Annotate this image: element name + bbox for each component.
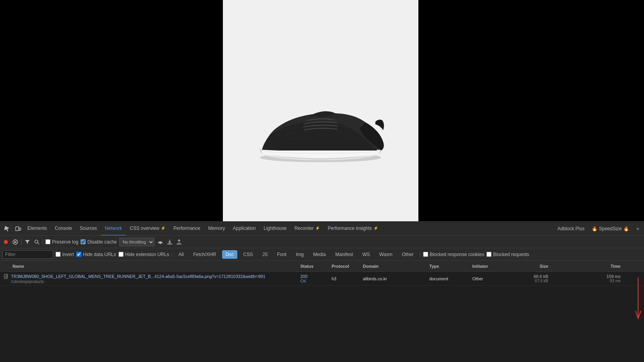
filter-media-btn[interactable]: Media	[310, 250, 330, 259]
tab-speedsize[interactable]: 🔥 SpeedSize 🔥	[588, 222, 632, 236]
invert-checkbox[interactable]	[56, 252, 61, 257]
row-type-cell: document	[426, 272, 469, 285]
disable-cache-label[interactable]: Disable cache	[81, 239, 117, 245]
tab-right-area: Adblock Plus 🔥 SpeedSize 🔥 »	[554, 222, 642, 236]
css-overview-icon: ⚡	[161, 226, 165, 230]
disable-cache-checkbox[interactable]	[81, 239, 86, 244]
row-time-cell: 159 ms 93 ms	[551, 272, 644, 285]
record-button[interactable]	[2, 238, 9, 246]
search-icon-btn[interactable]	[33, 238, 40, 246]
more-tabs-button[interactable]: »	[633, 224, 642, 233]
col-header-size[interactable]: Size	[508, 264, 551, 269]
hide-data-urls-label[interactable]: Hide data URLs	[76, 252, 116, 257]
type-value: document	[429, 276, 466, 281]
col-header-name[interactable]: Name	[0, 264, 297, 269]
svg-rect-20	[4, 274, 7, 279]
svg-point-5	[335, 122, 337, 124]
svg-line-16	[38, 243, 39, 244]
filter-all-btn[interactable]: All	[175, 250, 187, 259]
filter-css-btn[interactable]: CSS	[240, 250, 257, 259]
tab-elements[interactable]: Elements	[23, 222, 51, 236]
size-transfer: 68.6 kB	[511, 274, 548, 279]
filter-separator-2: |	[420, 252, 421, 257]
recorder-icon: ⚡	[315, 226, 320, 230]
toolbar-divider-2	[43, 239, 43, 245]
tab-perf-insights[interactable]: Performance insights ⚡	[324, 222, 382, 236]
blocked-cookies-checkbox[interactable]	[423, 252, 428, 257]
preserve-log-checkbox[interactable]	[45, 239, 50, 244]
record-indicator	[4, 240, 8, 244]
col-header-status[interactable]: Status	[297, 264, 328, 269]
tab-network[interactable]: Network	[101, 222, 126, 236]
status-text: OK	[300, 279, 325, 283]
col-header-type[interactable]: Type	[426, 264, 469, 269]
export-btn[interactable]	[176, 238, 183, 246]
tab-css-overview[interactable]: CSS overview ⚡	[126, 222, 169, 236]
filter-wasm-btn[interactable]: Wasm	[376, 250, 396, 259]
col-header-initiator[interactable]: Initiator	[469, 264, 508, 269]
import-btn[interactable]	[166, 238, 173, 246]
file-icon	[3, 273, 9, 280]
time-primary: 159 ms	[554, 274, 621, 279]
filter-manifest-btn[interactable]: Manifest	[332, 250, 356, 259]
device-toolbar-btn[interactable]	[13, 223, 23, 234]
tab-recorder[interactable]: Recorder ⚡	[291, 222, 324, 236]
filter-icon-btn[interactable]	[24, 238, 31, 246]
row-status-cell: 200 OK	[297, 272, 328, 285]
tab-application[interactable]: Application	[229, 222, 260, 236]
filter-font-btn[interactable]: Font	[274, 250, 290, 259]
blocked-cookies-label[interactable]: Blocked response cookies	[423, 252, 484, 257]
row-name-text: TR3MJBW080_SHOE_LEFT_GLOBAL_MENS_TREE_RU…	[11, 274, 265, 279]
col-header-protocol[interactable]: Protocol	[328, 264, 360, 269]
size-resource: 67.6 kB	[511, 279, 548, 283]
tab-performance[interactable]: Performance	[169, 222, 204, 236]
invert-label[interactable]: Invert	[56, 252, 74, 257]
svg-point-8	[304, 129, 306, 131]
col-header-domain[interactable]: Domain	[360, 264, 426, 269]
blocked-requests-label[interactable]: Blocked requests	[486, 252, 529, 257]
filter-ws-btn[interactable]: WS	[359, 250, 373, 259]
inspect-element-btn[interactable]	[2, 223, 13, 234]
domain-value: allbirds.co.kr	[363, 276, 423, 281]
col-header-time[interactable]: Time	[551, 264, 644, 269]
table-header: Name Status Protocol Domain Type Initiat…	[0, 261, 644, 272]
page-right-black	[418, 0, 644, 221]
hide-data-urls-checkbox[interactable]	[76, 252, 81, 257]
svg-rect-19	[177, 244, 181, 244]
table-row[interactable]: TR3MJBW080_SHOE_LEFT_GLOBAL_MENS_TREE_RU…	[0, 272, 644, 286]
svg-point-6	[303, 125, 305, 128]
filter-separator: |	[171, 252, 172, 257]
filter-img-btn[interactable]: Img	[292, 250, 307, 259]
filter-bar: Invert Hide data URLs Hide extension URL…	[0, 248, 644, 261]
throttle-select[interactable]: No throttling Fast 3G Slow 3G Offline	[119, 238, 154, 246]
network-table: Name Status Protocol Domain Type Initiat…	[0, 261, 644, 362]
row-name-primary: TR3MJBW080_SHOE_LEFT_GLOBAL_MENS_TREE_RU…	[3, 273, 294, 280]
row-path-text: /cdn/shop/products	[3, 280, 294, 284]
tab-adblock[interactable]: Adblock Plus	[554, 222, 588, 236]
time-secondary: 93 ms	[554, 279, 621, 283]
browser-viewport	[0, 0, 644, 221]
flame-icon-left: 🔥	[592, 226, 597, 231]
svg-rect-11	[19, 228, 21, 230]
network-toolbar: Preserve log Disable cache No throttling…	[0, 236, 644, 248]
filter-fetch-xhr-btn[interactable]: Fetch/XHR	[190, 250, 220, 259]
hide-ext-urls-label[interactable]: Hide extension URLs	[118, 252, 169, 257]
filter-doc-btn[interactable]: Doc	[222, 250, 237, 259]
flame-icon-right: 🔥	[623, 226, 629, 231]
filter-js-btn[interactable]: JS	[259, 250, 271, 259]
network-conditions-btn[interactable]	[157, 238, 164, 246]
tab-lighthouse[interactable]: Lighthouse	[260, 222, 291, 236]
preserve-log-label[interactable]: Preserve log	[45, 239, 78, 245]
hide-ext-urls-checkbox[interactable]	[118, 252, 124, 257]
tab-console[interactable]: Console	[51, 222, 76, 236]
status-code: 200	[300, 274, 325, 279]
tab-memory[interactable]: Memory	[204, 222, 229, 236]
clear-button[interactable]	[12, 238, 19, 246]
filter-input[interactable]	[2, 250, 53, 259]
shoe-product-image	[239, 52, 403, 169]
blocked-requests-checkbox[interactable]	[486, 252, 492, 257]
toolbar-divider-1	[21, 239, 22, 245]
devtools-panel: Elements Console Sources Network CSS ove…	[0, 221, 644, 362]
tab-sources[interactable]: Sources	[76, 222, 101, 236]
filter-other-btn[interactable]: Other	[398, 250, 417, 259]
